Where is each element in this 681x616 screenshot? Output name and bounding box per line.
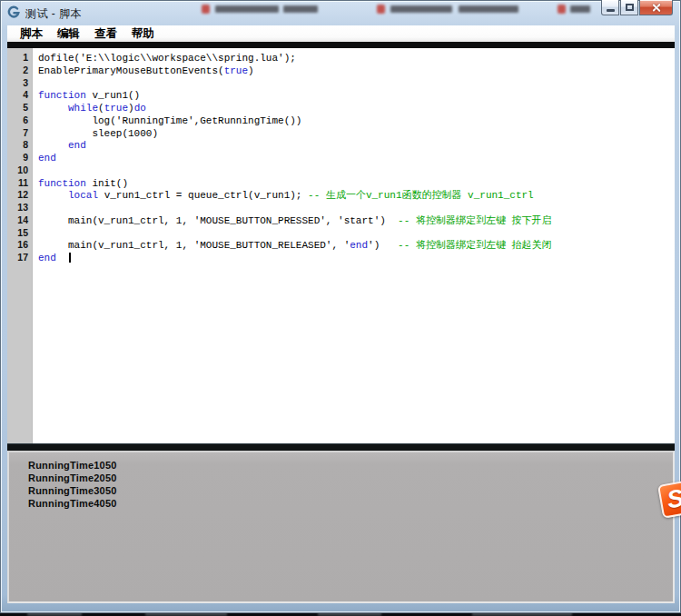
text-caret <box>69 253 71 263</box>
minimize-button[interactable] <box>601 0 619 15</box>
line-number: 3 <box>7 77 33 90</box>
log-line: RunningTime3050 <box>28 484 673 497</box>
code-text: end <box>38 153 56 164</box>
line-number: 5 <box>7 102 33 114</box>
menu-item-help[interactable]: 帮助 <box>124 25 162 43</box>
line-number: 17 <box>7 252 33 264</box>
line-number: 15 <box>7 227 33 240</box>
line-number: 9 <box>7 152 33 164</box>
code-text: main(v_run1_ctrl, 1, 'MOUSE_BUTTON_RELEA… <box>38 240 552 251</box>
menu-item-script[interactable]: 脚本 <box>13 25 50 43</box>
code-text: while(true)do <box>38 103 146 114</box>
line-number: 11 <box>7 177 33 190</box>
badge-letter: S <box>666 486 681 513</box>
code-text: log('RunningTime',GetRunningTime()) <box>38 115 301 126</box>
line-number: 10 <box>7 164 33 177</box>
close-button[interactable] <box>639 0 673 15</box>
code-editor[interactable]: 1dofile('E:\\logic\\workspace\\spring.lu… <box>7 48 675 443</box>
menubar: 脚本 编辑 查看 帮助 <box>7 25 675 42</box>
code-line[interactable]: 15 <box>7 227 675 240</box>
blurred-background-item <box>202 4 320 15</box>
code-text: function init() <box>38 178 128 189</box>
line-number: 16 <box>7 239 33 252</box>
code-line[interactable]: 13 <box>7 202 675 214</box>
logitech-g-icon[interactable] <box>6 5 21 20</box>
blurred-background-item <box>377 4 522 15</box>
code-text: end <box>38 253 71 263</box>
code-line[interactable]: 11function init() <box>7 177 675 190</box>
client-area: 脚本 编辑 查看 帮助 1dofile('E:\\logic\\workspac… <box>7 25 675 603</box>
code-line[interactable]: 4function v_run1() <box>7 89 675 102</box>
code-line[interactable]: 7 sleep(1000) <box>7 127 675 140</box>
app-window: 测试 - 脚本 脚 <box>0 0 681 613</box>
maximize-icon <box>626 4 634 11</box>
maximize-button[interactable] <box>620 0 638 15</box>
line-number: 4 <box>7 89 33 102</box>
menu-item-view[interactable]: 查看 <box>87 25 124 43</box>
code-line[interactable]: 9end <box>7 152 675 164</box>
line-number: 13 <box>7 202 33 214</box>
code-line[interactable]: 17end <box>7 252 675 264</box>
line-number: 2 <box>7 65 33 77</box>
code-text: sleep(1000) <box>38 128 158 139</box>
menu-item-edit[interactable]: 编辑 <box>50 25 87 43</box>
code-line[interactable]: 1dofile('E:\\logic\\workspace\\spring.lu… <box>7 52 675 65</box>
line-number: 6 <box>7 114 33 127</box>
code-text: main(v_run1_ctrl, 1, 'MOUSE_BUTTON_PRESS… <box>38 215 551 226</box>
line-number: 12 <box>7 189 33 202</box>
log-line: RunningTime4050 <box>28 497 673 510</box>
code-line[interactable]: 12 local v_run1_ctrl = queue_ctrl(v_run1… <box>7 189 675 202</box>
code-text: EnablePrimaryMouseButtonEvents(true) <box>38 65 254 76</box>
code-text: function v_run1() <box>38 90 140 101</box>
code-line[interactable]: 2EnablePrimaryMouseButtonEvents(true) <box>7 65 675 77</box>
code-text: dofile('E:\\logic\\workspace\\spring.lua… <box>38 53 296 64</box>
code-text: end <box>38 140 86 151</box>
code-line[interactable]: 14 main(v_run1_ctrl, 1, 'MOUSE_BUTTON_PR… <box>7 214 675 227</box>
log-line: RunningTime1050 <box>28 459 673 472</box>
screen: 测试 - 脚本 脚 <box>0 0 681 616</box>
log-line: RunningTime2050 <box>28 472 673 484</box>
code-line[interactable]: 10 <box>7 164 675 177</box>
code-line[interactable]: 3 <box>7 77 675 90</box>
window-title: 测试 - 脚本 <box>25 6 82 22</box>
line-number: 14 <box>7 214 33 227</box>
line-number: 7 <box>7 127 33 140</box>
code-line[interactable]: 16 main(v_run1_ctrl, 1, 'MOUSE_BUTTON_RE… <box>7 239 675 252</box>
log-panel[interactable]: RunningTime1050 RunningTime2050 RunningT… <box>7 451 675 603</box>
line-number: 1 <box>7 52 33 65</box>
toolbar-separator <box>7 42 675 48</box>
line-number: 8 <box>7 139 33 152</box>
code-lines: 1dofile('E:\\logic\\workspace\\spring.lu… <box>7 48 675 264</box>
minimize-icon <box>607 9 615 12</box>
close-icon <box>651 3 661 13</box>
code-line[interactable]: 8 end <box>7 139 675 152</box>
titlebar[interactable]: 测试 - 脚本 <box>0 0 681 25</box>
blurred-background-item <box>558 4 590 15</box>
code-line[interactable]: 5 while(true)do <box>7 102 675 114</box>
panel-divider[interactable] <box>7 443 675 451</box>
code-text: local v_run1_ctrl = queue_ctrl(v_run1); … <box>38 190 534 201</box>
code-line[interactable]: 6 log('RunningTime',GetRunningTime()) <box>7 114 675 127</box>
window-controls <box>601 0 673 15</box>
